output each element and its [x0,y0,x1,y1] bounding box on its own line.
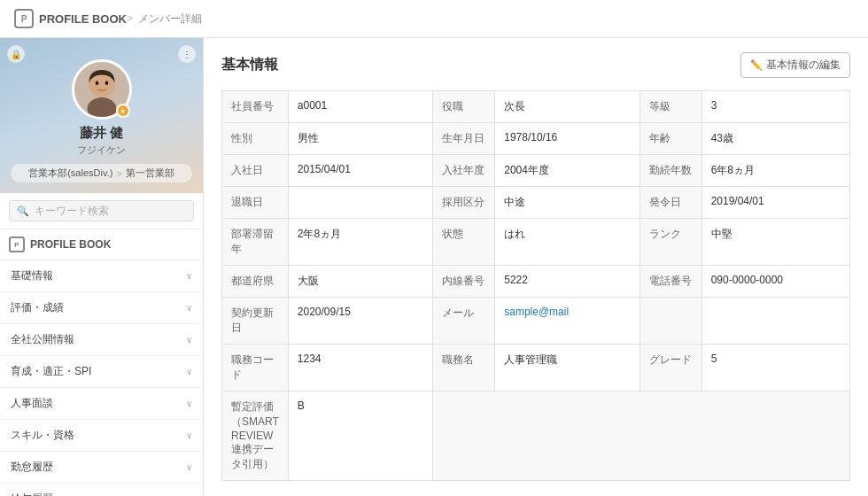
sidebar-item-2[interactable]: 全社公開情報∨ [0,324,203,356]
sidebar-brand-text: PROFILE BOOK [30,238,111,251]
chevron-down-icon: ∨ [186,430,192,440]
field-label: ランク [639,219,701,266]
sidebar-item-7[interactable]: 給与履歴∨ [0,484,203,496]
pencil-icon: ✏️ [750,59,763,71]
field-value: 1234 [288,345,432,391]
lock-icon[interactable]: 🔒 [7,45,25,63]
sidebar-nav: 基礎情報∨評価・成績∨全社公開情報∨育成・適正・SPI∨人事面談∨スキル・資格∨… [0,260,203,496]
field-label: 生年月日 [433,123,495,155]
profile-dept: 営業本部(salesDiv.) > 第一営業部 [11,164,192,182]
field-label: 退職日 [222,187,289,219]
field-label: 電話番号 [639,266,701,298]
field-value: B [288,391,432,481]
field-value: 2年8ヵ月 [288,219,432,266]
section-title: 基本情報 [221,56,278,74]
content-area: 基本情報 ✏️ 基本情報の編集 社員番号a0001役職次長等級3性別男性生年月日… [204,38,868,496]
profile-card: 🔒 ⋮ [0,38,203,193]
sidebar-item-label: 基礎情報 [11,268,53,283]
dept2-label: 第一営業部 [126,167,174,180]
sidebar-item-3[interactable]: 育成・適正・SPI∨ [0,356,203,388]
field-label: 状態 [433,219,495,266]
field-label: グレード [639,345,701,391]
dept-sep: > [116,168,121,179]
sidebar-item-6[interactable]: 勤怠履歴∨ [0,452,203,484]
table-row: 契約更新 日2020/09/15メールsample@mail [222,298,850,345]
sidebar-brand: P PROFILE BOOK [0,229,203,260]
field-label [433,391,850,481]
field-value: sample@mail [495,298,639,345]
chevron-down-icon: ∨ [186,462,192,472]
chevron-down-icon: ∨ [186,271,192,281]
field-value: 次長 [495,91,639,123]
table-row: 職務コー ド1234職務名人事管理職グレード5 [222,345,850,391]
table-row: 都道府県大阪内線番号5222電話番号090-0000-0000 [222,266,850,298]
field-label: 職務コー ド [222,345,289,391]
info-table: 社員番号a0001役職次長等級3性別男性生年月日1978/10/16年齢43歳入… [221,90,850,481]
field-value: 男性 [288,123,432,155]
field-label: 等級 [639,91,701,123]
section-header: 基本情報 ✏️ 基本情報の編集 [221,52,850,78]
field-value: 3 [701,91,849,123]
breadcrumb-current: メンバー詳細 [138,12,202,27]
field-label: 契約更新 日 [222,298,289,345]
avatar-badge: ★ [116,104,130,118]
sidebar-item-label: 全社公開情報 [11,332,74,347]
table-row: 部署滞留年2年8ヵ月状態はれランク中堅 [222,219,850,266]
field-label: 都道府県 [222,266,289,298]
field-label: 部署滞留年 [222,219,289,266]
sidebar-item-label: 評価・成績 [11,300,64,315]
profile-kana: フジイケン [11,143,192,157]
field-value: 1978/10/16 [495,123,639,155]
header-logo: P PROFILE BOOK [14,9,127,28]
search-icon: 🔍 [17,205,29,217]
chevron-down-icon: ∨ [186,335,192,345]
chevron-down-icon: ∨ [186,399,192,408]
sidebar: 🔒 ⋮ [0,38,204,496]
field-label: 社員番号 [222,91,289,123]
field-label: 職務名 [433,345,495,391]
field-label: 性別 [222,123,289,155]
field-label [639,298,701,345]
sidebar-item-1[interactable]: 評価・成績∨ [0,292,203,324]
table-row: 性別男性生年月日1978/10/16年齢43歳 [222,123,850,155]
table-row: 社員番号a0001役職次長等級3 [222,91,850,123]
table-row: 退職日採用区分中途発令日2019/04/01 [222,187,850,219]
breadcrumb-sep: > [127,12,133,25]
sidebar-item-label: スキル・資格 [11,428,74,443]
edit-btn-label: 基本情報の編集 [766,58,841,73]
search-input[interactable] [35,205,186,217]
profile-name: 藤井 健 [11,125,192,142]
search-box: 🔍 [0,193,203,229]
avatar-container: ★ [72,59,132,120]
sidebar-item-label: 人事面談 [11,396,53,411]
field-label: 採用区分 [433,187,495,219]
field-label: 発令日 [639,187,701,219]
edit-button[interactable]: ✏️ 基本情報の編集 [740,52,850,78]
table-row: 暫定評価 （SMART REVIEW 連携デー タ引用）B [222,391,850,481]
logo-text: PROFILE BOOK [39,12,127,26]
search-input-wrapper: 🔍 [9,200,194,221]
field-label: 暫定評価 （SMART REVIEW 連携デー タ引用） [222,391,289,481]
sidebar-item-label: 育成・適正・SPI [11,364,91,379]
field-label: 入社日 [222,155,289,187]
field-value: 2015/04/01 [288,155,432,187]
field-value: 2019/04/01 [701,187,849,219]
table-row: 入社日2015/04/01入社年度2004年度勤続年数6年8ヵ月 [222,155,850,187]
header: P PROFILE BOOK > メンバー詳細 [0,0,868,38]
field-value: 2020/09/15 [288,298,432,345]
more-icon[interactable]: ⋮ [178,45,196,63]
chevron-down-icon: ∨ [186,303,192,313]
sidebar-item-5[interactable]: スキル・資格∨ [0,420,203,452]
field-value [701,298,849,345]
sidebar-item-0[interactable]: 基礎情報∨ [0,260,203,292]
sidebar-item-4[interactable]: 人事面談∨ [0,388,203,420]
sidebar-item-label: 勤怠履歴 [11,460,53,475]
logo-icon: P [14,9,34,28]
field-value: はれ [495,219,639,266]
sidebar-item-label: 給与履歴 [11,492,53,496]
field-label: 勤続年数 [639,155,701,187]
field-value [288,187,432,219]
field-value: 大阪 [288,266,432,298]
field-value: 6年8ヵ月 [701,155,849,187]
chevron-down-icon: ∨ [186,367,192,376]
